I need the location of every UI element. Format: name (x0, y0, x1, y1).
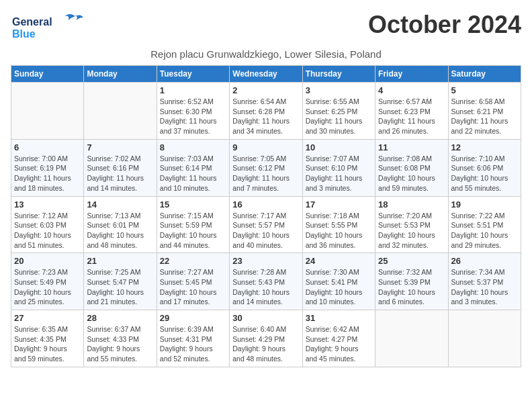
calendar-cell: 3Sunrise: 6:55 AM Sunset: 6:25 PM Daylig… (302, 83, 375, 140)
day-info: Sunrise: 7:32 AM Sunset: 5:39 PM Dayligh… (378, 267, 445, 307)
day-info: Sunrise: 6:37 AM Sunset: 4:33 PM Dayligh… (87, 324, 153, 364)
weekday-header-monday: Monday (84, 66, 157, 83)
weekday-header-saturday: Saturday (448, 66, 521, 83)
day-number: 21 (87, 256, 153, 266)
calendar-cell: 19Sunrise: 7:22 AM Sunset: 5:51 PM Dayli… (448, 196, 521, 253)
day-info: Sunrise: 7:27 AM Sunset: 5:45 PM Dayligh… (160, 267, 226, 307)
day-number: 12 (451, 142, 518, 152)
day-info: Sunrise: 7:34 AM Sunset: 5:37 PM Dayligh… (451, 267, 518, 307)
calendar-cell: 6Sunrise: 7:00 AM Sunset: 6:19 PM Daylig… (11, 139, 84, 196)
day-number: 22 (160, 256, 226, 266)
calendar-cell: 16Sunrise: 7:17 AM Sunset: 5:57 PM Dayli… (230, 196, 302, 253)
day-number: 4 (378, 85, 445, 95)
day-info: Sunrise: 6:52 AM Sunset: 6:30 PM Dayligh… (160, 97, 226, 136)
day-info: Sunrise: 7:18 AM Sunset: 5:55 PM Dayligh… (306, 211, 372, 250)
weekday-header-thursday: Thursday (302, 66, 375, 83)
calendar-cell: 20Sunrise: 7:23 AM Sunset: 5:49 PM Dayli… (11, 253, 84, 310)
day-info: Sunrise: 6:39 AM Sunset: 4:31 PM Dayligh… (160, 324, 226, 364)
day-info: Sunrise: 7:13 AM Sunset: 6:01 PM Dayligh… (87, 211, 153, 250)
day-info: Sunrise: 7:03 AM Sunset: 6:14 PM Dayligh… (160, 154, 226, 193)
day-info: Sunrise: 7:05 AM Sunset: 6:12 PM Dayligh… (232, 154, 299, 193)
day-number: 19 (451, 199, 518, 210)
calendar-cell (11, 83, 84, 140)
calendar-cell: 5Sunrise: 6:58 AM Sunset: 6:21 PM Daylig… (448, 83, 521, 140)
calendar-week-1: 1Sunrise: 6:52 AM Sunset: 6:30 PM Daylig… (11, 83, 521, 140)
day-info: Sunrise: 7:23 AM Sunset: 5:49 PM Dayligh… (14, 267, 81, 307)
day-number: 13 (14, 199, 81, 210)
day-number: 30 (232, 313, 299, 323)
calendar-cell: 4Sunrise: 6:57 AM Sunset: 6:23 PM Daylig… (375, 83, 448, 140)
calendar-cell (84, 83, 157, 140)
calendar-cell: 11Sunrise: 7:08 AM Sunset: 6:08 PM Dayli… (375, 139, 448, 196)
day-number: 9 (232, 142, 299, 152)
svg-text:General: General (12, 16, 52, 28)
day-number: 14 (87, 199, 153, 210)
calendar-cell: 18Sunrise: 7:20 AM Sunset: 5:53 PM Dayli… (375, 196, 448, 253)
day-info: Sunrise: 7:12 AM Sunset: 6:03 PM Dayligh… (14, 211, 81, 250)
day-info: Sunrise: 7:20 AM Sunset: 5:53 PM Dayligh… (378, 211, 445, 250)
day-number: 11 (378, 142, 445, 152)
weekday-header-friday: Friday (375, 66, 448, 83)
day-number: 6 (14, 142, 81, 152)
calendar-cell: 25Sunrise: 7:32 AM Sunset: 5:39 PM Dayli… (375, 253, 448, 310)
month-year-title: October 2024 (368, 11, 521, 39)
calendar-cell: 23Sunrise: 7:28 AM Sunset: 5:43 PM Dayli… (230, 253, 302, 310)
calendar-cell: 21Sunrise: 7:25 AM Sunset: 5:47 PM Dayli… (84, 253, 157, 310)
day-info: Sunrise: 7:08 AM Sunset: 6:08 PM Dayligh… (378, 154, 445, 193)
calendar-cell: 9Sunrise: 7:05 AM Sunset: 6:12 PM Daylig… (230, 139, 302, 196)
calendar-week-3: 13Sunrise: 7:12 AM Sunset: 6:03 PM Dayli… (11, 196, 521, 253)
day-info: Sunrise: 7:02 AM Sunset: 6:16 PM Dayligh… (87, 154, 153, 193)
weekday-header-row: SundayMondayTuesdayWednesdayThursdayFrid… (11, 66, 521, 83)
day-number: 5 (451, 85, 518, 95)
calendar-cell: 26Sunrise: 7:34 AM Sunset: 5:37 PM Dayli… (448, 253, 521, 310)
day-number: 3 (306, 85, 372, 95)
day-number: 25 (378, 256, 445, 266)
day-number: 20 (14, 256, 81, 266)
day-info: Sunrise: 7:28 AM Sunset: 5:43 PM Dayligh… (232, 267, 299, 307)
svg-text:Blue: Blue (12, 28, 36, 40)
day-number: 24 (306, 256, 372, 266)
calendar-week-2: 6Sunrise: 7:00 AM Sunset: 6:19 PM Daylig… (11, 139, 521, 196)
day-number: 7 (87, 142, 153, 152)
day-info: Sunrise: 7:25 AM Sunset: 5:47 PM Dayligh… (87, 267, 153, 307)
day-number: 28 (87, 313, 153, 323)
day-info: Sunrise: 7:15 AM Sunset: 5:59 PM Dayligh… (160, 211, 226, 250)
day-info: Sunrise: 6:58 AM Sunset: 6:21 PM Dayligh… (451, 97, 518, 136)
day-number: 1 (160, 85, 226, 95)
day-number: 10 (306, 142, 372, 152)
weekday-header-sunday: Sunday (11, 66, 84, 83)
calendar-cell: 8Sunrise: 7:03 AM Sunset: 6:14 PM Daylig… (157, 139, 229, 196)
calendar-cell: 13Sunrise: 7:12 AM Sunset: 6:03 PM Dayli… (11, 196, 84, 253)
header-area: General Blue October 2024 (11, 11, 521, 47)
calendar-cell: 31Sunrise: 6:42 AM Sunset: 4:27 PM Dayli… (302, 310, 375, 367)
weekday-header-wednesday: Wednesday (230, 66, 302, 83)
calendar-cell: 30Sunrise: 6:40 AM Sunset: 4:29 PM Dayli… (230, 310, 302, 367)
calendar-cell (448, 310, 521, 367)
day-info: Sunrise: 6:57 AM Sunset: 6:23 PM Dayligh… (378, 97, 445, 136)
logo: General Blue (11, 11, 85, 47)
day-info: Sunrise: 7:00 AM Sunset: 6:19 PM Dayligh… (14, 154, 81, 193)
day-info: Sunrise: 7:07 AM Sunset: 6:10 PM Dayligh… (306, 154, 372, 193)
day-info: Sunrise: 7:22 AM Sunset: 5:51 PM Dayligh… (451, 211, 518, 250)
calendar-cell: 27Sunrise: 6:35 AM Sunset: 4:35 PM Dayli… (11, 310, 84, 367)
day-number: 26 (451, 256, 518, 266)
day-number: 23 (232, 256, 299, 266)
day-number: 8 (160, 142, 226, 152)
calendar-cell: 1Sunrise: 6:52 AM Sunset: 6:30 PM Daylig… (157, 83, 229, 140)
calendar-cell: 28Sunrise: 6:37 AM Sunset: 4:33 PM Dayli… (84, 310, 157, 367)
calendar-cell: 10Sunrise: 7:07 AM Sunset: 6:10 PM Dayli… (302, 139, 375, 196)
location-subtitle: Rejon placu Grunwaldzkiego, Lower Silesi… (11, 48, 521, 60)
calendar-cell: 24Sunrise: 7:30 AM Sunset: 5:41 PM Dayli… (302, 253, 375, 310)
calendar-cell: 22Sunrise: 7:27 AM Sunset: 5:45 PM Dayli… (157, 253, 229, 310)
weekday-header-tuesday: Tuesday (157, 66, 229, 83)
day-number: 16 (232, 199, 299, 210)
calendar-cell: 2Sunrise: 6:54 AM Sunset: 6:28 PM Daylig… (230, 83, 302, 140)
calendar-week-4: 20Sunrise: 7:23 AM Sunset: 5:49 PM Dayli… (11, 253, 521, 310)
calendar-week-5: 27Sunrise: 6:35 AM Sunset: 4:35 PM Dayli… (11, 310, 521, 367)
calendar-cell: 14Sunrise: 7:13 AM Sunset: 6:01 PM Dayli… (84, 196, 157, 253)
day-info: Sunrise: 6:35 AM Sunset: 4:35 PM Dayligh… (14, 324, 81, 364)
day-info: Sunrise: 6:42 AM Sunset: 4:27 PM Dayligh… (306, 324, 372, 364)
day-number: 18 (378, 199, 445, 210)
calendar-table: SundayMondayTuesdayWednesdayThursdayFrid… (11, 65, 521, 367)
day-info: Sunrise: 6:40 AM Sunset: 4:29 PM Dayligh… (232, 324, 299, 364)
